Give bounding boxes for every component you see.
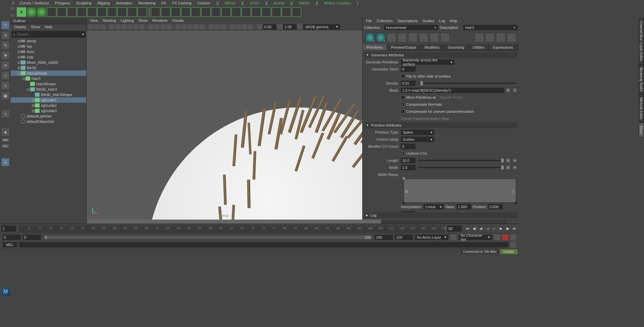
range-field[interactable]: 100 xyxy=(375,235,393,240)
shelf-xgen-icon[interactable]: X xyxy=(17,7,26,17)
interp-select[interactable]: Linear▾ xyxy=(424,204,444,209)
viewport-3d[interactable]: persp xyxy=(87,30,362,220)
shelf-icon[interactable] xyxy=(97,7,107,17)
xgen-menu-file[interactable]: File xyxy=(364,19,374,24)
mask-slider-icon[interactable]: ⊟ xyxy=(505,88,511,93)
primtype-select[interactable]: Spline▾ xyxy=(401,130,434,135)
shelf-icon[interactable] xyxy=(107,7,117,17)
menu-item-xgen[interactable]: XGen xyxy=(247,0,262,6)
length-expr-icon[interactable]: ▾ xyxy=(512,158,518,163)
menu-item[interactable]: Sculpting xyxy=(73,0,94,6)
shelf-icon[interactable] xyxy=(138,7,147,17)
vp-tool-icon[interactable] xyxy=(200,24,205,30)
shelf-icon[interactable] xyxy=(127,7,137,17)
horizontal-scrollbar[interactable] xyxy=(87,220,507,224)
vp-tool-icon[interactable] xyxy=(133,24,139,30)
shelf-icon[interactable] xyxy=(57,7,66,17)
density-slider[interactable] xyxy=(418,83,516,84)
prefs-icon[interactable] xyxy=(510,234,516,240)
goto-end-icon[interactable]: ⏭ xyxy=(512,226,518,232)
vp-tool-icon[interactable] xyxy=(121,24,126,30)
tab-preview[interactable]: Preview/Output xyxy=(387,44,421,50)
tab-primitives[interactable]: Primitives xyxy=(363,44,387,50)
paint-tool-icon[interactable]: ✎ xyxy=(1,41,10,50)
vp-tool-icon[interactable] xyxy=(236,24,241,30)
vp-colorspace-select[interactable]: sRGB gamma▾ xyxy=(303,24,340,30)
outliner-item[interactable]: ⊞top xyxy=(11,44,86,49)
xgen-menu-descriptions[interactable]: Descriptions xyxy=(395,19,420,24)
shelf-icon[interactable] xyxy=(117,7,127,17)
shelf-icon[interactable] xyxy=(181,7,191,17)
shelf-icon[interactable] xyxy=(292,7,301,17)
vp-tool-icon[interactable] xyxy=(257,24,262,30)
shelf-tab-up-icon[interactable] xyxy=(10,7,15,10)
step-fwd-icon[interactable]: ▶ xyxy=(498,226,504,232)
search-icon[interactable]: ⌕ xyxy=(11,32,17,36)
outliner-item[interactable]: Hair3Shape xyxy=(11,81,86,87)
vp-tool-icon[interactable] xyxy=(194,24,199,30)
density-field[interactable]: 0.01 xyxy=(401,81,416,86)
snap-tool-icon[interactable]: ◈ xyxy=(1,128,10,136)
shelf-icon[interactable] xyxy=(201,7,211,17)
timeline-end-field[interactable]: 80 xyxy=(447,226,462,232)
shelf-icon[interactable] xyxy=(161,7,170,17)
xgen-tool-icon[interactable] xyxy=(440,33,450,42)
control-select[interactable]: Guides▾ xyxy=(401,137,434,142)
outliner-item[interactable]: ⊞xgGuide3 xyxy=(11,108,86,113)
xgen-preview-icon[interactable] xyxy=(365,33,375,42)
autokey-icon[interactable] xyxy=(502,234,508,240)
layout-tool-icon[interactable]: ☰ xyxy=(1,158,10,167)
menu-item[interactable]: Custom xyxy=(195,0,213,6)
xgen-tool-icon[interactable] xyxy=(475,33,484,42)
more-prim-checkbox[interactable] xyxy=(401,95,405,99)
vp-tool-icon[interactable] xyxy=(187,24,193,30)
scale-tool-icon[interactable]: ⤢ xyxy=(1,71,10,80)
vp-tool-icon[interactable] xyxy=(248,24,253,30)
shelf-icon[interactable] xyxy=(211,7,221,17)
shelf-icon[interactable] xyxy=(67,7,76,17)
step-back-icon[interactable]: ◀ xyxy=(478,226,484,232)
shelf-icon[interactable] xyxy=(77,7,87,17)
shelf-icon[interactable] xyxy=(221,7,231,17)
tab-utilities[interactable]: Utilities xyxy=(469,44,489,50)
mask-field[interactable]: 1.0 # map('${DESC}/density/') xyxy=(401,88,504,93)
xgen-tool-icon[interactable] xyxy=(496,33,505,42)
vp-tool-icon[interactable] xyxy=(230,24,235,30)
vp-tool-icon[interactable] xyxy=(242,24,247,30)
tab-grooming[interactable]: Grooming xyxy=(444,44,469,50)
vp-tool-icon[interactable] xyxy=(166,24,172,30)
length-slider[interactable] xyxy=(418,160,503,161)
shelf-icon[interactable] xyxy=(87,7,97,17)
last-tool-icon[interactable]: ◇ xyxy=(1,81,10,90)
xgen-menu-log[interactable]: Log xyxy=(437,19,447,24)
vp-tool-icon[interactable] xyxy=(215,24,220,30)
vp-tool-icon[interactable] xyxy=(127,24,132,30)
play-fwd-icon[interactable]: ▷ xyxy=(491,226,497,232)
vp-exposure-field[interactable]: 0.00 xyxy=(263,24,276,30)
outliner-menu-show[interactable]: Show xyxy=(29,25,42,30)
length-icon[interactable]: ⊟ xyxy=(505,158,511,163)
shelf-icon[interactable] xyxy=(252,7,261,17)
pos-field[interactable]: 0.000 xyxy=(488,204,503,209)
vp-menu-renderer[interactable]: Renderer xyxy=(150,18,170,23)
shelf-icon[interactable] xyxy=(282,7,291,17)
shelf-tab-down-icon[interactable] xyxy=(10,14,15,17)
menu-item[interactable]: Rendering xyxy=(136,0,158,6)
vp-tool-icon[interactable] xyxy=(181,24,187,30)
tool-icon[interactable]: ⊟⊟ xyxy=(1,144,10,148)
vp-tool-icon[interactable] xyxy=(100,24,105,30)
collection-select[interactable]: Humanhead▾ xyxy=(384,25,438,30)
vp-menu-show[interactable]: Show xyxy=(137,18,150,23)
xgen-clear-icon[interactable] xyxy=(376,33,385,42)
flip-checkbox[interactable] xyxy=(401,74,405,78)
outliner-item[interactable]: ⊞xgGuide1 xyxy=(11,97,86,103)
menu-dropdown-icon[interactable]: ≡ xyxy=(10,1,16,5)
menu-item[interactable]: Rigging xyxy=(95,0,112,6)
shelf-icon[interactable] xyxy=(262,7,271,17)
menu-item[interactable]: Bifrost xyxy=(222,0,238,6)
xgen-menu-guides[interactable]: Guides xyxy=(421,19,436,24)
vp-tool-icon[interactable] xyxy=(221,24,226,30)
xgen-tool-icon[interactable] xyxy=(430,33,439,42)
char-set-select[interactable]: No Character Set▾ xyxy=(459,235,492,240)
cvcount-field[interactable]: 5 xyxy=(401,144,416,149)
